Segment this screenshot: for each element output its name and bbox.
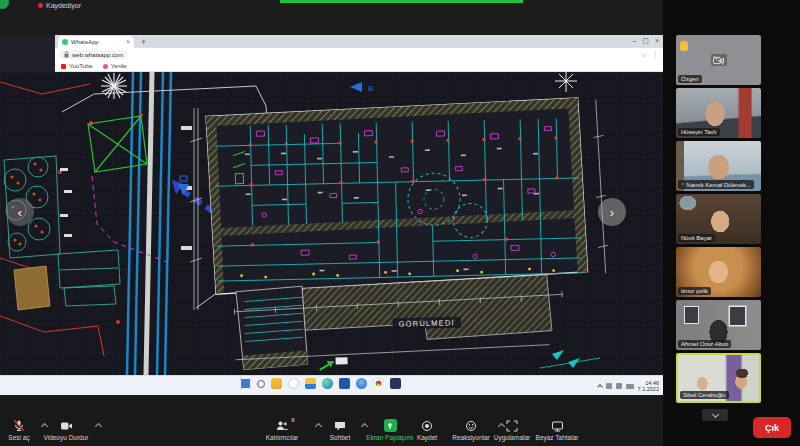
tray-chevron-icon[interactable] bbox=[597, 384, 603, 390]
cad-canvas: B bbox=[0, 72, 663, 375]
participants-label: Katılımcılar bbox=[266, 434, 299, 441]
chat-bubble-icon bbox=[334, 419, 346, 432]
stop-video-button[interactable]: Videoyu Durdur bbox=[40, 419, 92, 441]
record-label: Kaydet bbox=[417, 434, 437, 441]
minimize-icon[interactable]: – bbox=[632, 37, 636, 45]
onedrive-icon[interactable] bbox=[305, 378, 316, 389]
participant-tile[interactable]: Hüseyin Tavlı bbox=[676, 88, 761, 138]
scroll-right-button[interactable]: › bbox=[598, 198, 626, 226]
unmute-label: Sesi aç bbox=[8, 434, 29, 441]
reactions-label: Reaksiyonlar bbox=[452, 434, 490, 441]
participant-tile[interactable]: timur çelik bbox=[676, 247, 761, 297]
leave-meeting-button[interactable]: Çık bbox=[753, 417, 791, 438]
participants-panel: Özgen Hüseyin Tavlı Namık Kemal Dölenek.… bbox=[663, 0, 800, 446]
participant-tile-active-speaker[interactable]: Sibel Cerahoğlu bbox=[676, 353, 761, 403]
participants-count-badge: 8 bbox=[291, 417, 294, 423]
tab-title: WhatsApp bbox=[71, 39, 123, 45]
whatsapp-favicon bbox=[62, 39, 68, 45]
bookmark-favicon bbox=[103, 64, 108, 69]
word-icon[interactable] bbox=[339, 378, 350, 389]
smiley-icon bbox=[465, 419, 477, 432]
raised-hand-icon bbox=[679, 38, 689, 56]
chat-button[interactable]: Sohbet bbox=[320, 419, 360, 441]
photos-app-icon[interactable] bbox=[390, 378, 401, 389]
stop-video-label: Videoyu Durdur bbox=[43, 434, 88, 441]
share-screen-icon bbox=[384, 419, 397, 432]
participant-name: Hüseyin Tavlı bbox=[678, 128, 720, 136]
participant-name: Nüvit Bayar bbox=[678, 234, 715, 242]
participant-name: Sibel Cerahoğlu bbox=[680, 391, 729, 399]
apps-icon bbox=[506, 419, 518, 432]
whiteboards-button[interactable]: Beyaz Tahtalar bbox=[529, 419, 585, 441]
browser-tab-whatsapp[interactable]: WhatsApp × bbox=[58, 36, 134, 48]
meeting-top-bar: Kaydediyor bbox=[0, 0, 663, 35]
chat-label: Sohbet bbox=[330, 434, 351, 441]
battery-icon[interactable] bbox=[626, 384, 634, 389]
browser-address-bar: web.whatsapp.com ☆ ⋮ bbox=[55, 48, 663, 61]
clock-date: 7.1.2022 bbox=[638, 386, 659, 392]
share-screen-label: Ekran Paylaşımı bbox=[366, 434, 413, 441]
unmute-button[interactable]: Sesi aç bbox=[0, 419, 38, 441]
participants-button[interactable]: 8 Katılımcılar bbox=[252, 419, 312, 441]
participant-name: Ahmet Onur Altun bbox=[678, 340, 731, 348]
window-controls: – ▢ × bbox=[632, 37, 659, 45]
bookmark-item[interactable]: Yenile bbox=[103, 63, 127, 69]
menu-dots-icon[interactable]: ⋮ bbox=[652, 51, 659, 59]
start-button-icon[interactable] bbox=[240, 378, 251, 389]
record-icon bbox=[421, 419, 433, 432]
collapse-panel-button[interactable] bbox=[702, 409, 728, 421]
store-icon[interactable] bbox=[356, 378, 367, 389]
participant-tile[interactable]: Nüvit Bayar bbox=[676, 194, 761, 244]
chrome-icon[interactable] bbox=[373, 378, 384, 389]
participant-name: Özgen bbox=[678, 75, 702, 83]
url-text: web.whatsapp.com bbox=[72, 52, 123, 58]
camera-icon bbox=[60, 419, 73, 432]
record-button[interactable]: Kaydet bbox=[409, 419, 445, 441]
bookmark-star-icon[interactable]: ☆ bbox=[641, 51, 647, 59]
participant-name: timur çelik bbox=[678, 287, 711, 295]
mic-muted-icon bbox=[681, 181, 684, 188]
windows-taskbar: 14:46 7.1.2022 bbox=[0, 375, 663, 395]
bookmarks-bar: YouTube Yenile bbox=[55, 61, 663, 72]
tab-close-icon[interactable]: × bbox=[126, 39, 130, 45]
plan-title: GÖRÜLMEDİ bbox=[399, 318, 455, 328]
whiteboard-icon bbox=[551, 419, 564, 432]
section-marker-label: B bbox=[368, 84, 373, 93]
new-tab-button[interactable]: + bbox=[141, 37, 146, 47]
file-explorer-icon[interactable] bbox=[271, 378, 282, 389]
whiteboards-label: Beyaz Tahtalar bbox=[536, 434, 579, 441]
system-tray: 14:46 7.1.2022 bbox=[598, 377, 659, 395]
participant-tile[interactable]: Ahmet Onur Altun bbox=[676, 300, 761, 350]
mic-muted-icon bbox=[13, 419, 25, 432]
url-field[interactable]: web.whatsapp.com bbox=[59, 50, 128, 59]
close-icon[interactable]: × bbox=[655, 37, 659, 45]
edge-icon[interactable] bbox=[322, 378, 333, 389]
browser-chrome: WhatsApp × + – ▢ × web.whatsapp.com ☆ ⋮ bbox=[55, 35, 663, 72]
participants-icon: 8 bbox=[276, 419, 289, 432]
chevron-down-icon bbox=[711, 410, 718, 417]
recording-dot-icon bbox=[38, 3, 43, 8]
search-icon[interactable] bbox=[257, 380, 265, 388]
reactions-button[interactable]: Reaksiyonlar bbox=[447, 419, 495, 441]
browser-tab-strip: WhatsApp × + – ▢ × bbox=[55, 35, 663, 48]
shared-screen-cad-drawing: B bbox=[0, 72, 663, 375]
lock-icon bbox=[64, 51, 69, 58]
volume-icon[interactable] bbox=[616, 383, 622, 389]
recording-indicator: Kaydediyor bbox=[38, 2, 81, 9]
youtube-icon bbox=[61, 64, 66, 69]
teams-chat-icon[interactable] bbox=[288, 378, 299, 389]
window-edge-fill bbox=[0, 35, 55, 72]
taskbar-icons bbox=[240, 378, 401, 389]
bookmark-item-youtube[interactable]: YouTube bbox=[61, 63, 93, 69]
participant-name: Namık Kemal Dölenek... bbox=[678, 180, 754, 189]
participant-tile[interactable]: Namık Kemal Dölenek... bbox=[676, 141, 761, 191]
taskbar-clock[interactable]: 14:46 7.1.2022 bbox=[638, 380, 659, 392]
scroll-left-button[interactable]: ‹ bbox=[6, 198, 34, 226]
camera-off-icon bbox=[711, 54, 727, 66]
meeting-info-icon[interactable] bbox=[0, 0, 9, 9]
network-icon[interactable] bbox=[606, 383, 612, 389]
screen-share-border bbox=[280, 0, 523, 3]
maximize-icon[interactable]: ▢ bbox=[642, 37, 649, 45]
participant-tile[interactable]: Özgen bbox=[676, 35, 761, 85]
recording-label: Kaydediyor bbox=[46, 2, 81, 9]
